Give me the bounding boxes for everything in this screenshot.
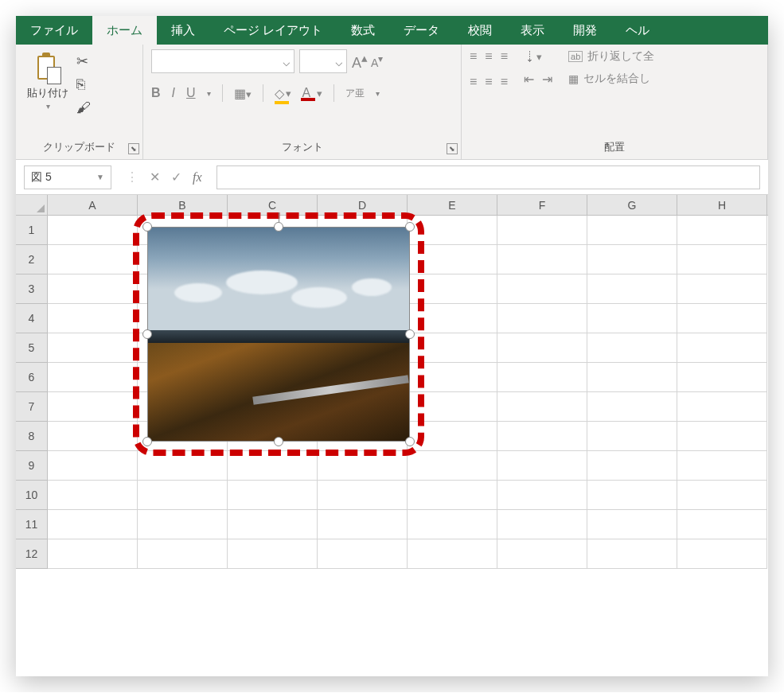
tab-file[interactable]: ファイル bbox=[16, 16, 92, 45]
cell[interactable] bbox=[408, 333, 497, 363]
resize-handle-bl[interactable] bbox=[142, 437, 152, 446]
row-header-3[interactable]: 3 bbox=[16, 274, 48, 304]
cell[interactable] bbox=[48, 392, 138, 422]
landscape-image[interactable] bbox=[147, 227, 410, 442]
tab-formulas[interactable]: 数式 bbox=[337, 16, 389, 45]
cell[interactable] bbox=[497, 216, 587, 245]
col-header-b[interactable]: B bbox=[138, 195, 228, 215]
row-header-5[interactable]: 5 bbox=[16, 333, 48, 363]
decrease-indent-button[interactable]: ⇤ bbox=[524, 72, 534, 87]
row-header-10[interactable]: 10 bbox=[16, 481, 48, 510]
cell[interactable] bbox=[677, 245, 767, 274]
cell[interactable] bbox=[497, 333, 587, 363]
cell[interactable] bbox=[677, 304, 767, 333]
increase-font-button[interactable]: A▴ bbox=[352, 51, 368, 72]
cell[interactable] bbox=[677, 422, 767, 451]
cell[interactable] bbox=[408, 422, 497, 451]
cell[interactable] bbox=[497, 363, 587, 392]
cell[interactable] bbox=[587, 481, 677, 510]
bold-button[interactable]: B bbox=[151, 86, 161, 100]
cell[interactable] bbox=[497, 304, 587, 333]
cell[interactable] bbox=[48, 274, 138, 304]
cell[interactable] bbox=[228, 539, 318, 569]
col-header-h[interactable]: H bbox=[677, 195, 767, 215]
tab-review[interactable]: 校閲 bbox=[454, 16, 506, 45]
cell[interactable] bbox=[408, 539, 497, 569]
cell[interactable] bbox=[587, 422, 677, 451]
cell[interactable] bbox=[677, 333, 767, 363]
row-header-7[interactable]: 7 bbox=[16, 392, 48, 422]
cell[interactable] bbox=[497, 274, 587, 304]
cell[interactable] bbox=[677, 363, 767, 392]
font-color-button[interactable]: A▾ bbox=[302, 85, 323, 101]
borders-button[interactable]: ▦▾ bbox=[234, 86, 252, 101]
name-box[interactable]: 図 5 ▼ bbox=[24, 165, 111, 189]
cell[interactable] bbox=[408, 451, 497, 481]
cell[interactable] bbox=[408, 274, 497, 304]
cell[interactable] bbox=[497, 245, 587, 274]
resize-handle-tm[interactable] bbox=[274, 222, 283, 232]
cell[interactable] bbox=[497, 539, 587, 569]
cell[interactable] bbox=[677, 274, 767, 304]
cell[interactable] bbox=[408, 363, 497, 392]
resize-handle-tr[interactable] bbox=[405, 222, 415, 232]
decrease-font-button[interactable]: A▾ bbox=[371, 53, 383, 69]
cell[interactable] bbox=[318, 510, 408, 539]
align-middle-button[interactable]: ≡ bbox=[485, 49, 492, 64]
cell[interactable] bbox=[587, 245, 677, 274]
resize-handle-bm[interactable] bbox=[274, 437, 283, 446]
cell[interactable] bbox=[497, 422, 587, 451]
font-name-dropdown[interactable]: ⌵ bbox=[151, 49, 294, 73]
format-painter-button[interactable]: 🖌 bbox=[76, 99, 91, 116]
font-size-dropdown[interactable]: ⌵ bbox=[299, 49, 347, 73]
cell[interactable] bbox=[497, 481, 587, 510]
formula-input[interactable] bbox=[216, 165, 760, 189]
cell[interactable] bbox=[48, 333, 138, 363]
cell[interactable] bbox=[587, 451, 677, 481]
row-header-8[interactable]: 8 bbox=[16, 422, 48, 451]
cell[interactable] bbox=[48, 363, 138, 392]
cell[interactable] bbox=[48, 422, 138, 451]
cell[interactable] bbox=[408, 510, 497, 539]
cell[interactable] bbox=[677, 216, 767, 245]
cell[interactable] bbox=[677, 539, 767, 569]
align-bottom-button[interactable]: ≡ bbox=[501, 49, 508, 64]
font-dialog-launcher[interactable]: ⬊ bbox=[447, 143, 458, 154]
cell[interactable] bbox=[138, 510, 228, 539]
cell[interactable] bbox=[677, 451, 767, 481]
col-header-f[interactable]: F bbox=[497, 195, 587, 215]
phonetic-guide-button[interactable]: ア亜 bbox=[345, 87, 365, 100]
cell[interactable] bbox=[48, 451, 138, 481]
cell[interactable] bbox=[48, 510, 138, 539]
align-top-button[interactable]: ≡ bbox=[470, 49, 477, 64]
cell[interactable] bbox=[677, 481, 767, 510]
col-header-g[interactable]: G bbox=[587, 195, 677, 215]
tab-insert[interactable]: 挿入 bbox=[157, 16, 209, 45]
cell[interactable] bbox=[408, 481, 497, 510]
resize-handle-br[interactable] bbox=[405, 437, 415, 446]
col-header-d[interactable]: D bbox=[318, 195, 408, 215]
row-header-6[interactable]: 6 bbox=[16, 363, 48, 392]
copy-button[interactable]: ⎘ bbox=[76, 76, 91, 93]
cut-button[interactable]: ✂ bbox=[76, 53, 91, 70]
cell[interactable] bbox=[138, 451, 228, 481]
cell[interactable] bbox=[228, 481, 318, 510]
insert-function-button[interactable]: fx bbox=[193, 170, 202, 185]
row-header-2[interactable]: 2 bbox=[16, 245, 48, 274]
cell[interactable] bbox=[587, 274, 677, 304]
italic-button[interactable]: I bbox=[172, 86, 175, 100]
row-header-9[interactable]: 9 bbox=[16, 451, 48, 481]
confirm-button[interactable]: ✓ bbox=[171, 169, 181, 185]
embedded-image-object[interactable] bbox=[147, 227, 410, 442]
resize-handle-mr[interactable] bbox=[405, 329, 415, 339]
cell[interactable] bbox=[677, 392, 767, 422]
underline-button[interactable]: U bbox=[186, 86, 196, 100]
cell[interactable] bbox=[587, 333, 677, 363]
cell[interactable] bbox=[497, 510, 587, 539]
merge-cells-button[interactable]: ▦ セルを結合し bbox=[568, 72, 654, 86]
tab-view[interactable]: 表示 bbox=[506, 16, 559, 45]
paste-button[interactable]: 貼り付け ▾ bbox=[24, 49, 72, 114]
cell[interactable] bbox=[587, 510, 677, 539]
cell[interactable] bbox=[408, 392, 497, 422]
cell[interactable] bbox=[408, 304, 497, 333]
